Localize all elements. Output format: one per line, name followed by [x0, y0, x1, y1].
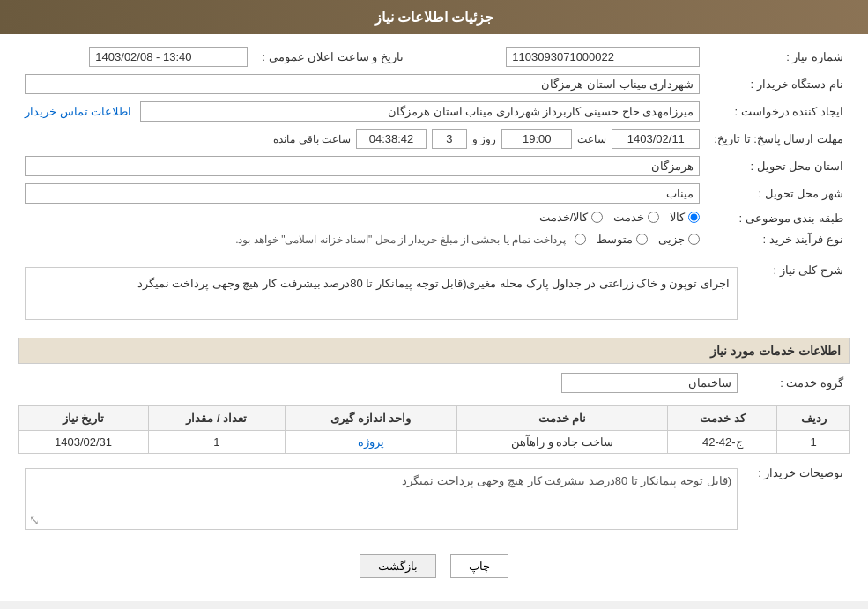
buyer-notes-section: توصیحات خریدار : (قابل توجه پیمانکار تا …	[18, 461, 850, 533]
category-label: طبقه بندی موضوعی :	[707, 207, 850, 229]
col-service-name: نام خدمت	[456, 406, 667, 431]
service-group-label: گروه خدمت :	[745, 369, 850, 397]
col-unit: واحد اندازه گیری	[285, 406, 456, 431]
description-label: شرح کلی نیاز :	[745, 258, 850, 329]
process-other[interactable]	[575, 234, 586, 245]
cell-unit: پروژه	[285, 431, 456, 454]
col-date: تاریخ نیاز	[19, 406, 149, 431]
buyer-org-value: شهرداری میناب استان هرمزگان	[25, 74, 700, 94]
page-header: جزئیات اطلاعات نیاز	[0, 0, 868, 34]
deadline-days: 3	[432, 129, 467, 149]
category-kala-khedmat[interactable]: کالا/خدمت	[539, 211, 604, 224]
buttons-row: چاپ بازگشت	[18, 542, 850, 592]
process-note: پرداخت تمام یا بخشی از مبلغ خریدار از مح…	[235, 234, 566, 246]
deadline-date: 1403/02/11	[612, 129, 700, 149]
buyer-notes-label: توصیحات خریدار :	[745, 461, 850, 533]
delivery-province-label: استان محل تحویل :	[707, 152, 850, 180]
need-number-label: شماره نیاز :	[707, 43, 850, 71]
deadline-remaining-label: ساعت باقی مانده	[273, 133, 351, 145]
services-table: ردیف کد خدمت نام خدمت واحد اندازه گیری ت…	[18, 405, 850, 454]
category-khedmat[interactable]: خدمت	[613, 211, 659, 224]
cell-service-name: ساخت جاده و راهآهن	[456, 431, 667, 454]
service-group-table: گروه خدمت : ساختمان	[18, 369, 850, 397]
services-section-label: اطلاعات خدمات مورد نیاز	[18, 338, 850, 364]
back-button[interactable]: بازگشت	[360, 554, 436, 578]
col-service-code: کد خدمت	[668, 406, 777, 431]
cell-service-code: ج-42-42	[668, 431, 777, 454]
need-number-value: 1103093071000022	[506, 47, 700, 67]
process-label: نوع فرآیند خرید :	[707, 229, 850, 249]
cell-row: 1	[777, 431, 850, 454]
description-value: اجرای توپون و خاک زراعتی در جداول پارک م…	[25, 267, 738, 320]
delivery-province-value: هرمزگان	[25, 156, 700, 176]
category-kala[interactable]: کالا	[670, 211, 700, 224]
table-row: 1 ج-42-42 ساخت جاده و راهآهن پروژه 1 140…	[19, 431, 850, 454]
contact-link[interactable]: اطلاعات تماس خریدار	[25, 105, 131, 118]
buyer-notes-box: (قابل توجه پیمانکار تا 80درصد بیشرفت کار…	[25, 468, 738, 530]
process-motavaset[interactable]: متوسط	[597, 233, 648, 246]
description-section: شرح کلی نیاز : اجرای توپون و خاک زراعتی …	[18, 258, 850, 329]
creator-value: میرزامهدی حاج حسینی کاربرداز شهرداری مین…	[140, 101, 700, 122]
announcement-date-label: تاریخ و ساعت اعلان عمومی :	[255, 43, 421, 71]
col-row: ردیف	[777, 406, 850, 431]
deadline-time-label: ساعت	[577, 133, 606, 145]
deadline-days-label: روز و	[472, 133, 496, 145]
deadline-remaining: 04:38:42	[356, 129, 427, 149]
deadline-time: 19:00	[501, 129, 572, 149]
process-jozvi[interactable]: جزیی	[658, 233, 700, 246]
service-group-value: ساختمان	[561, 373, 738, 393]
page-title: جزئیات اطلاعات نیاز	[375, 10, 494, 25]
print-button[interactable]: چاپ	[450, 554, 508, 578]
cell-date: 1403/02/31	[19, 431, 149, 454]
info-table: شماره نیاز : 1103093071000022 تاریخ و سا…	[18, 43, 850, 249]
buyer-notes-value: (قابل توجه پیمانکار تا 80درصد بیشرفت کار…	[31, 474, 731, 487]
resize-handle: ⤡	[29, 513, 40, 527]
col-quantity: تعداد / مقدار	[149, 406, 286, 431]
announcement-date-value: 1403/02/08 - 13:40	[89, 47, 248, 67]
delivery-city-label: شهر محل تحویل :	[707, 180, 850, 207]
delivery-city-value: میناب	[25, 183, 700, 204]
deadline-label: مهلت ارسال پاسخ: تا تاریخ:	[707, 125, 850, 152]
buyer-org-label: نام دستگاه خریدار :	[707, 71, 850, 98]
cell-quantity: 1	[149, 431, 286, 454]
creator-label: ایجاد کننده درخواست :	[707, 98, 850, 125]
